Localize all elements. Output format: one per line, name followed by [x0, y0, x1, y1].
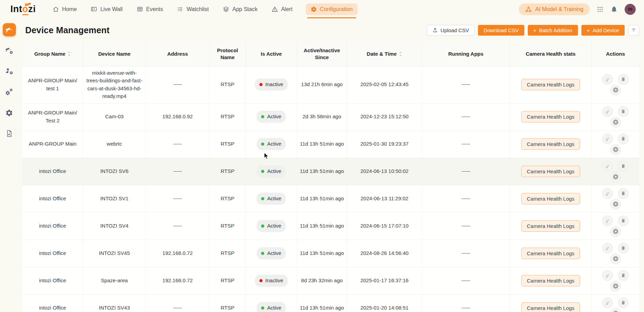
app-grid-icon[interactable] [597, 6, 604, 13]
camera-health-logs-button[interactable]: Camera Health Logs [521, 166, 580, 177]
pencil-icon [605, 273, 610, 278]
events-icon [137, 6, 143, 12]
sort-icon[interactable] [399, 51, 402, 57]
camera-health-logs-button[interactable]: Camera Health Logs [521, 79, 580, 90]
upload-icon [432, 27, 438, 33]
play-button[interactable] [610, 254, 621, 264]
delete-button[interactable] [618, 270, 629, 281]
edit-button[interactable] [602, 188, 613, 199]
edit-button[interactable] [602, 134, 613, 144]
sidebar-item-settings[interactable] [3, 106, 16, 119]
play-button[interactable] [610, 172, 621, 182]
nav-item-watchlist[interactable]: Watchlist [176, 3, 209, 15]
trash-icon [621, 191, 626, 196]
datetime-cell: 2024-06-13 10:50:02 [347, 158, 422, 185]
camera-health-cell: Camera Health Logs [510, 212, 592, 240]
sidebar [0, 18, 18, 312]
delete-button[interactable] [618, 134, 629, 144]
datetime-cell: 2025-02-05 12:43:45 [347, 66, 422, 103]
address-cell: ----- [146, 212, 210, 240]
edit-button[interactable] [602, 270, 613, 281]
edit-button[interactable] [602, 215, 613, 226]
running-apps-cell: ----- [422, 294, 509, 312]
column-header-group-name[interactable]: Group Name [22, 42, 83, 66]
pencil-icon [605, 77, 610, 82]
play-button[interactable] [610, 308, 621, 312]
ai-button-label: AI Model & Training [535, 6, 583, 12]
sidebar-item-services[interactable] [3, 85, 16, 99]
edit-button[interactable] [602, 161, 613, 172]
batch-addition-button[interactable]: + Batch Addition [528, 25, 578, 36]
ai-model-training-button[interactable]: AI Model & Training [519, 3, 590, 15]
since-cell: 11d 13h 51min ago [297, 212, 347, 240]
user-avatar[interactable]: IN [625, 4, 636, 15]
notifications-bell-icon[interactable] [610, 6, 618, 13]
sidebar-item-reports[interactable] [3, 127, 16, 140]
camera-health-logs-button[interactable]: Camera Health Logs [521, 111, 580, 122]
delete-button[interactable] [618, 106, 629, 117]
play-button[interactable] [610, 85, 621, 95]
camera-health-logs-button[interactable]: Camera Health Logs [521, 275, 580, 286]
delete-button[interactable] [618, 243, 629, 254]
pencil-icon [605, 136, 610, 141]
delete-button[interactable] [618, 188, 629, 199]
delete-button[interactable] [618, 215, 629, 226]
table-row: ANPR-GROUP Main webrtc ----- RTSP Active… [22, 130, 639, 158]
nav-item-alert[interactable]: Alert [271, 3, 293, 15]
column-header-date-time[interactable]: Date & Time [347, 42, 422, 66]
delete-button[interactable] [618, 297, 629, 308]
camera-health-cell: Camera Health Logs [510, 130, 592, 158]
actions-cell [592, 185, 639, 212]
table-row: ANPR-GROUP Main/ test 1 mixkit-avenue-wi… [22, 66, 639, 103]
status-dot [259, 83, 263, 86]
address-cell: ----- [146, 185, 210, 212]
protocol-cell: RTSP [209, 185, 246, 212]
play-button[interactable] [610, 144, 621, 155]
play-button[interactable] [610, 281, 621, 292]
running-apps-cell: ----- [422, 212, 509, 240]
sidebar-item-user-management[interactable] [3, 65, 16, 78]
camera-health-logs-button[interactable]: Camera Health Logs [521, 220, 580, 232]
delete-button[interactable] [618, 74, 629, 85]
play-icon [612, 86, 619, 94]
download-csv-button[interactable]: Download CSV [478, 25, 524, 36]
datetime-cell: 2025-01-17 16:37:16 [347, 267, 422, 294]
camera-health-logs-button[interactable]: Camera Health Logs [521, 193, 580, 204]
filter-button[interactable] [628, 25, 639, 36]
nav-item-configuration[interactable]: Configuration [306, 3, 358, 15]
add-device-button[interactable]: + Add Device [581, 25, 625, 36]
group-name-cell: ANPR-GROUP Main [22, 130, 83, 158]
pencil-icon [605, 109, 610, 114]
group-name-cell: intozi Office [22, 294, 83, 312]
nav-item-home[interactable]: Home [52, 3, 78, 15]
status-badge: Active [257, 165, 286, 177]
delete-button[interactable] [618, 161, 629, 172]
sidebar-item-device-management[interactable] [3, 23, 16, 36]
status-dot [261, 143, 264, 146]
nav-item-live-wall[interactable]: Live Wall [90, 3, 123, 15]
status-label: Active [267, 167, 281, 175]
upload-csv-button[interactable]: Upload CSV [427, 25, 475, 36]
is-active-cell: Active [246, 158, 297, 185]
status-label: Inactive [265, 277, 283, 285]
edit-button[interactable] [602, 106, 613, 117]
status-label: Active [267, 140, 281, 148]
nav-item-events[interactable]: Events [136, 3, 164, 15]
play-button[interactable] [610, 199, 621, 210]
actions-cell [592, 103, 639, 130]
play-button[interactable] [610, 226, 621, 237]
camera-health-logs-button[interactable]: Camera Health Logs [521, 138, 580, 150]
camera-health-logs-button[interactable]: Camera Health Logs [521, 248, 580, 259]
edit-button[interactable] [602, 297, 613, 308]
edit-button[interactable] [602, 243, 613, 254]
nav-item-app-stack[interactable]: App Stack [222, 3, 258, 15]
running-apps-cell: ----- [422, 240, 509, 267]
sort-icon[interactable] [67, 51, 71, 57]
sidebar-item-camera-settings[interactable] [3, 44, 16, 57]
play-button[interactable] [610, 117, 621, 128]
edit-button[interactable] [602, 74, 613, 85]
main-content: Device Management Upload CSV Download CS… [18, 18, 644, 312]
brand-logo[interactable]: Intozi [10, 4, 36, 14]
camera-health-logs-button[interactable]: Camera Health Logs [521, 302, 580, 312]
camera-health-logs-label: Camera Health Logs [527, 168, 574, 174]
